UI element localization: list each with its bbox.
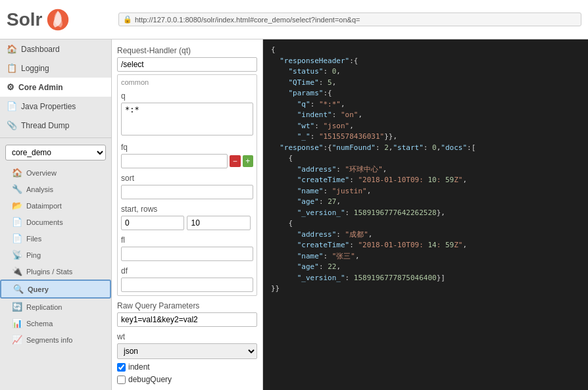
sort-label: sort bbox=[121, 174, 253, 183]
java-properties-icon: 📄 bbox=[7, 101, 17, 111]
core-admin-icon: ⚙ bbox=[7, 82, 14, 92]
json-output-panel: { "responseHeader":{ "status": 0, "QTime… bbox=[263, 39, 588, 390]
rows-input[interactable] bbox=[187, 216, 250, 230]
sidebar-item-plugins-stats[interactable]: 🔌 Plugins / Stats bbox=[0, 263, 111, 280]
sidebar-item-label: Dataimport bbox=[26, 202, 62, 210]
q-label: q bbox=[121, 91, 253, 101]
start-rows-label: start, rows bbox=[121, 205, 253, 214]
sidebar-item-label: Thread Dump bbox=[21, 121, 69, 130]
json-lines: { "responseHeader":{ "status": 0, "QTime… bbox=[271, 45, 580, 295]
dataimport-icon: 📂 bbox=[12, 201, 22, 210]
analysis-icon: 🔧 bbox=[12, 184, 22, 194]
sidebar-item-label: Logging bbox=[21, 64, 49, 73]
core-selector[interactable]: core_demo bbox=[5, 145, 106, 160]
sidebar-item-analysis[interactable]: 🔧 Analysis bbox=[0, 181, 111, 197]
request-handler-label: Request-Handler (qt) bbox=[117, 46, 257, 55]
sidebar-item-overview[interactable]: 🏠 Overview bbox=[0, 164, 111, 181]
sidebar-item-label: Query bbox=[28, 285, 49, 293]
sidebar-item-label: Ping bbox=[26, 251, 41, 259]
sidebar-item-query[interactable]: 🔍 Query bbox=[0, 280, 111, 299]
plugins-icon: 🔌 bbox=[12, 266, 22, 276]
dashboard-icon: 🏠 bbox=[7, 44, 17, 54]
logo-icon bbox=[46, 8, 70, 32]
segments-icon: 📈 bbox=[12, 335, 22, 345]
debug-query-label[interactable]: debugQuery bbox=[128, 375, 172, 384]
sidebar-item-label: Documents bbox=[26, 218, 63, 226]
sidebar-item-java-properties[interactable]: 📄 Java Properties bbox=[0, 97, 111, 116]
q-input[interactable]: *:* bbox=[121, 103, 253, 135]
sidebar-item-label: Core Admin bbox=[18, 83, 63, 92]
indent-row: indent bbox=[117, 362, 257, 372]
ping-icon: 📡 bbox=[12, 250, 22, 260]
df-input[interactable] bbox=[121, 278, 253, 292]
indent-checkbox[interactable] bbox=[117, 363, 126, 372]
sidebar-item-segments-info[interactable]: 📈 Segments info bbox=[0, 331, 111, 348]
sidebar-item-dashboard[interactable]: 🏠 Dashboard bbox=[0, 39, 111, 59]
sidebar-item-label: Analysis bbox=[26, 185, 53, 193]
sidebar-divider bbox=[0, 137, 111, 138]
raw-query-input[interactable] bbox=[117, 312, 257, 327]
sidebar-item-label: Segments info bbox=[26, 336, 72, 344]
logo-text: Solr bbox=[7, 9, 42, 30]
sidebar-item-label: Dashboard bbox=[21, 45, 60, 54]
debug-query-row: debugQuery bbox=[117, 375, 257, 384]
request-handler-input[interactable] bbox=[117, 57, 257, 72]
fl-label: fl bbox=[121, 235, 253, 245]
core-select[interactable]: core_demo bbox=[5, 145, 106, 160]
fq-input[interactable] bbox=[121, 154, 228, 168]
sidebar-item-label: Java Properties bbox=[21, 102, 76, 111]
sidebar-item-label: Plugins / Stats bbox=[26, 268, 72, 276]
logging-icon: 📋 bbox=[7, 63, 17, 73]
fq-minus-button[interactable]: − bbox=[230, 155, 241, 167]
sidebar-item-thread-dump[interactable]: 📎 Thread Dump bbox=[0, 116, 111, 135]
sidebar-item-documents[interactable]: 📄 Documents bbox=[0, 214, 111, 230]
wt-select[interactable]: json xml python ruby php csv bbox=[117, 343, 257, 359]
sidebar-item-logging[interactable]: 📋 Logging bbox=[0, 59, 111, 78]
replication-icon: 🔄 bbox=[12, 302, 22, 312]
df-label: df bbox=[121, 266, 253, 276]
wt-label: wt bbox=[117, 332, 257, 341]
fl-input[interactable] bbox=[121, 247, 253, 261]
lock-icon: 🔒 bbox=[123, 15, 132, 24]
url-text: http://127.0.0.1:8080/solr/index.html#co… bbox=[135, 16, 360, 24]
raw-query-label: Raw Query Parameters bbox=[117, 301, 257, 310]
sidebar-item-schema[interactable]: 📊 Schema bbox=[0, 315, 111, 331]
sidebar-item-ping[interactable]: 📡 Ping bbox=[0, 247, 111, 263]
documents-icon: 📄 bbox=[12, 217, 22, 227]
sidebar-item-label: Replication bbox=[26, 303, 62, 311]
sort-input[interactable] bbox=[121, 185, 253, 199]
sidebar-item-label: Files bbox=[26, 235, 41, 243]
common-label: common bbox=[121, 78, 253, 86]
sidebar-item-files[interactable]: 📄 Files bbox=[0, 230, 111, 247]
fq-label: fq bbox=[121, 143, 253, 152]
sidebar-item-replication[interactable]: 🔄 Replication bbox=[0, 299, 111, 315]
debug-query-checkbox[interactable] bbox=[117, 376, 126, 384]
url-bar: 🔒 http://127.0.0.1:8080/solr/index.html#… bbox=[118, 12, 581, 26]
fq-plus-button[interactable]: + bbox=[243, 155, 254, 167]
thread-dump-icon: 📎 bbox=[7, 120, 17, 130]
sidebar-item-label: Schema bbox=[26, 320, 53, 328]
files-icon: 📄 bbox=[12, 233, 22, 243]
overview-icon: 🏠 bbox=[12, 168, 22, 178]
sidebar-item-dataimport[interactable]: 📂 Dataimport bbox=[0, 197, 111, 214]
query-icon: 🔍 bbox=[13, 284, 24, 294]
sidebar-item-label: Overview bbox=[26, 169, 57, 177]
indent-label[interactable]: indent bbox=[128, 362, 150, 372]
sidebar-item-core-admin[interactable]: ⚙ Core Admin bbox=[0, 78, 111, 97]
start-input[interactable] bbox=[121, 216, 184, 230]
schema-icon: 📊 bbox=[12, 318, 22, 328]
